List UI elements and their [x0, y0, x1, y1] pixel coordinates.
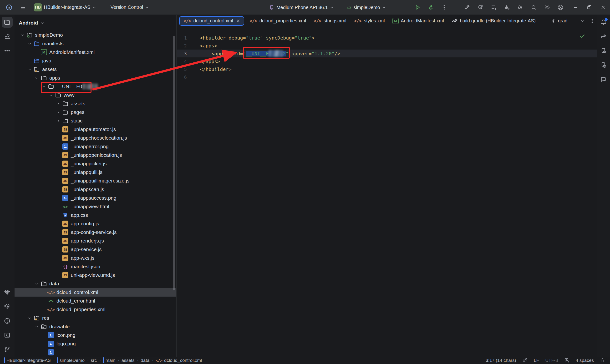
chevron-collapsed-icon[interactable] [54, 110, 62, 114]
settings-gear-icon[interactable] [542, 2, 552, 13]
chevron-expanded-icon[interactable] [26, 67, 33, 71]
chevron-expanded-icon[interactable] [26, 42, 33, 46]
sync-project-icon[interactable] [475, 2, 486, 13]
attach-debugger-icon[interactable] [502, 2, 512, 13]
editor-tab-strings-xml[interactable]: </>strings.xml [310, 15, 350, 27]
window-close-icon[interactable] [596, 0, 610, 15]
tree-item-static[interactable]: static [14, 117, 176, 125]
device-selector[interactable]: Medium Phone API 36.1 [267, 3, 336, 12]
indent-status-icon[interactable] [522, 358, 528, 363]
tree-item-androidmanifest-xml[interactable]: MAndroidManifest.xml [14, 48, 176, 56]
inspections-ok-icon[interactable] [579, 32, 586, 39]
chevron-collapsed-icon[interactable] [54, 102, 62, 106]
device-mirror-icon[interactable] [515, 2, 526, 13]
tree-item-java[interactable]: java [14, 56, 176, 65]
run-play-icon[interactable] [412, 2, 423, 13]
breadcrumb-item-dcloud-control-xml[interactable]: </>dcloud_control.xml [156, 358, 202, 363]
logcat-cat-icon[interactable] [2, 301, 13, 312]
project-folder-icon[interactable] [2, 17, 13, 28]
apply-changes-icon[interactable] [489, 2, 499, 13]
tree-item-dcloud-control-xml[interactable]: </>dcloud_control.xml [14, 288, 176, 297]
editor-tab-dcloud-properties-xml[interactable]: </>dcloud_properties.xml [246, 15, 310, 27]
tree-item--uni-f0[interactable]: __UNI__F0 [14, 82, 176, 91]
running-devices-icon[interactable] [598, 45, 609, 56]
tree-item--uniappquillimageresize-js[interactable]: JS_uniappquillimageresize.js [14, 177, 176, 185]
tree-item-www[interactable]: www [14, 91, 176, 99]
window-minimize-icon[interactable] [569, 0, 582, 15]
project-widget[interactable]: HB HBuilder-Integrate-AS [31, 2, 99, 13]
code-line-1[interactable]: 1<hbuilder debug="true" syncDebug="true"… [177, 34, 597, 42]
editor-tab-build-gradle-hbuilder-integrate-as-[interactable]: build.gradle (HBuilder-Integrate-AS) [448, 15, 539, 27]
file-encoding[interactable]: UTF-8 [545, 358, 558, 363]
run-configuration-selector[interactable]: simpleDemo [344, 3, 388, 12]
breadcrumb-item-simpledemo[interactable]: simpleDemo [57, 358, 85, 363]
problems-icon[interactable] [2, 315, 13, 326]
tree-item-pages[interactable]: pages [14, 108, 176, 117]
close-tab-icon[interactable]: ✕ [236, 18, 240, 24]
more-dots-icon[interactable] [2, 45, 13, 56]
tree-item-data[interactable]: data [14, 279, 176, 288]
tree-item-assets[interactable]: assets [14, 99, 176, 108]
gradle-icon[interactable] [598, 31, 609, 42]
resource-manager-icon[interactable] [2, 31, 13, 42]
chevron-expanded-icon[interactable] [33, 325, 40, 329]
more-kebab-icon[interactable] [439, 2, 449, 13]
code-line-6[interactable]: 6 [177, 73, 597, 81]
code-line-5[interactable]: 5</hbuilder> [177, 65, 597, 73]
tree-item-app-config-js[interactable]: JSapp-config.js [14, 219, 176, 228]
chevron-expanded-icon[interactable] [26, 316, 33, 320]
tree-item--uniappquill-js[interactable]: JS_uniappquill.js [14, 168, 176, 177]
lock-icon[interactable] [600, 358, 605, 363]
chevron-expanded-icon[interactable] [40, 85, 47, 89]
editor-tab-grad[interactable]: grad [547, 15, 570, 27]
chevron-expanded-icon[interactable] [33, 282, 40, 286]
gemini-chat-icon[interactable] [598, 74, 609, 85]
breadcrumb-item-hbuilder-integrate-as[interactable]: HBuilder-Integrate-AS [4, 358, 51, 363]
code-line-3[interactable]: 3 <app appid="__UNI__F2" appver="1.1.20"… [177, 50, 597, 57]
more-kebab-icon[interactable] [587, 16, 597, 26]
window-restore-icon[interactable] [582, 0, 596, 15]
tree-item-assets[interactable]: assets [14, 65, 176, 74]
chevron-down-icon[interactable] [578, 16, 587, 26]
tree-item-app-renderjs-js[interactable]: JSapp-renderjs.js [14, 236, 176, 245]
breadcrumb-item-assets[interactable]: assets [121, 358, 135, 363]
tree-item--uniapperror-png[interactable]: _uniapperror.png [14, 142, 176, 151]
tree-item-dcloud-error-html[interactable]: <>dcloud_error.html [14, 297, 176, 305]
chevron-expanded-icon[interactable] [19, 33, 26, 37]
tree-item-uni-app-view-umd-js[interactable]: JSuni-app-view.umd.js [14, 271, 176, 279]
vcs-branch-icon[interactable] [2, 344, 13, 355]
tree-item-manifest-json[interactable]: {}manifest.json [14, 262, 176, 271]
line-ending[interactable]: LF [534, 358, 539, 363]
tree-scrollbar[interactable] [173, 36, 175, 290]
device-manager-icon[interactable] [598, 60, 609, 70]
tree-item-app-css[interactable]: app.css [14, 211, 176, 219]
indent-size[interactable]: 4 spaces [576, 358, 594, 363]
terminal-icon[interactable] [2, 330, 13, 341]
editor-tab-dcloud-control-xml[interactable]: </>dcloud_control.xml✕ [179, 16, 244, 26]
debug-bug-icon[interactable] [426, 2, 436, 13]
tree-item-apps[interactable]: apps [14, 74, 176, 82]
profile-avatar-icon[interactable] [555, 2, 566, 13]
code-line-2[interactable]: 2<apps> [177, 42, 597, 50]
code-editor[interactable]: 1<hbuilder debug="true" syncDebug="true"… [177, 27, 597, 357]
tree-item-logo-png[interactable]: logo.png [14, 339, 176, 348]
tree-item--uniappsuccess-png[interactable]: _uniappsuccess.png [14, 194, 176, 202]
editor-tab-androidmanifest-xml[interactable]: MAndroidManifest.xml [389, 15, 448, 27]
build-hammer-icon[interactable] [462, 2, 472, 13]
notifications-bell-icon[interactable] [598, 17, 609, 28]
tree-item-dcloud-properties-xml[interactable]: </>dcloud_properties.xml [14, 305, 176, 314]
chevron-expanded-icon[interactable] [33, 76, 40, 80]
tree-item-simpledemo[interactable]: simpleDemo [14, 31, 176, 39]
breadcrumb-item-main[interactable]: main [103, 358, 115, 363]
chevron-collapsed-icon[interactable] [54, 119, 62, 123]
main-menu-icon[interactable] [18, 2, 28, 13]
tree-item-clipped[interactable] [14, 348, 176, 357]
tree-item-res[interactable]: res [14, 314, 176, 322]
breadcrumb-item-data[interactable]: data [141, 358, 149, 363]
editor-tab-styles-xml[interactable]: </>styles.xml [350, 15, 389, 27]
tree-item-app-service-js[interactable]: JSapp-service.js [14, 245, 176, 254]
tree-item--uniapppicker-js[interactable]: JS_uniapppicker.js [14, 159, 176, 168]
tree-item--uniappopenlocation-js[interactable]: JS_uniappopenlocation.js [14, 151, 176, 159]
tree-item--uniappautomator-js[interactable]: JS_uniappautomator.js [14, 125, 176, 134]
search-icon[interactable] [529, 2, 539, 13]
